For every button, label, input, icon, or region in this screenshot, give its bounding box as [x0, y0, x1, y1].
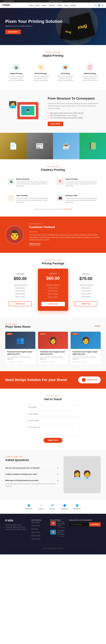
nav-pages[interactable]: Pages	[42, 4, 46, 6]
footer-service-0[interactable]: Digital Printing	[32, 522, 40, 523]
partner-1: ♦ ALINYA	[38, 504, 44, 510]
pricing-cta-2[interactable]: START PLAN	[74, 302, 98, 306]
footer-copyright: © 2024 Pixen. All Rights Reserved.	[43, 548, 63, 549]
footer-service-2[interactable]: 3D Printing	[32, 528, 38, 530]
feature-title-0: Digital Printing	[8, 72, 25, 74]
partners-row: 💠 MENDEZ ♦ ALINYA 💎 Mendez 🔷 MENDEZ 💠 ME…	[5, 504, 101, 510]
nav-contact[interactable]: Contact	[70, 4, 76, 6]
pf-2-4: Labore et dolore	[74, 295, 98, 298]
linkedin-icon[interactable]: li	[103, 0, 103, 2]
footer-services-title: Our Service	[32, 519, 46, 521]
footer: PIXEN Lorem ipsum dolor sit amet consect…	[0, 514, 106, 554]
news-grid: 👥 PRINT Fermentum metu fringilla semper …	[5, 332, 101, 364]
newsletter-submit[interactable]: SUBSCRIBE	[89, 522, 101, 526]
twitter-icon[interactable]: t	[99, 0, 99, 2]
partner-icon-0: 💠	[27, 504, 30, 507]
feature-desc-1: Lorem ipsum dolor sit amet consectetur e…	[32, 75, 50, 81]
services-note-link[interactable]: Printing Store	[64, 208, 72, 210]
nav-home[interactable]: Home	[28, 4, 33, 6]
news-title-1: Fermentum metu fringilla semper adipisci…	[40, 351, 66, 355]
site-logo[interactable]: PIXEN	[3, 4, 10, 7]
footer-service-1[interactable]: Brand Printing	[32, 525, 40, 526]
footer-grid: PIXEN Lorem ipsum dolor sit amet consect…	[5, 519, 101, 541]
feature-title-3: Offset Printing	[81, 72, 98, 74]
message-input[interactable]	[26, 425, 80, 436]
feature-card-3: 📋 Offset Printing Lorem ipsum dolor sit …	[79, 61, 101, 83]
news-desc-2: Lorem ipsum dolor sit amet consectetur a…	[72, 356, 99, 360]
search-icon[interactable]: 🔍	[94, 4, 97, 6]
footer-service-4[interactable]: Banner Printing	[32, 535, 40, 536]
faq-item-1: Is white considered a printing color cod…	[5, 471, 58, 478]
service-card-0: 🖨️ Banner Printing Lorem ipsum dolor sit…	[5, 176, 52, 189]
footer-news-icon-0: 🖨️	[50, 521, 56, 526]
facebook-icon[interactable]: f	[97, 0, 98, 2]
pf-0-2: Sed do eiusmod	[8, 290, 32, 292]
footer-newsletter-title: Subscribe to our Newsletter	[69, 519, 101, 521]
service-title-3: Business Card	[65, 194, 98, 196]
menu-icon[interactable]: ☰	[102, 4, 103, 6]
pricing-features-0: Consectetur adipiscing Printing solution…	[8, 284, 32, 298]
nav-project[interactable]: Project	[57, 4, 62, 6]
testimonial-text: Lorem ipsum dolor sit amet consectetur a…	[29, 234, 101, 241]
pricing-cta-0[interactable]: START PLAN	[8, 302, 32, 306]
testimonial-author: Helbrook Clark	[29, 243, 101, 245]
news-card-1: 👩 DESIGN Fermentum metu fringilla semper…	[38, 332, 68, 364]
footer-recent-news-col: Recent News 🖨️ Fermentum metu fringilla …	[50, 519, 65, 541]
footer-service-3[interactable]: Offset Printing	[32, 532, 40, 533]
cta-button[interactable]: → CONTACT US	[78, 376, 101, 383]
feature-card-0: 🖨️ Digital Printing Lorem ipsum dolor si…	[5, 61, 27, 83]
feature-desc-0: Lorem ipsum dolor sit amet consectetur e…	[8, 75, 25, 81]
news-desc-1: Lorem ipsum dolor sit amet consectetur a…	[40, 356, 66, 360]
footer-service-5[interactable]: Poster Printing	[32, 538, 40, 540]
instagram-icon[interactable]: in	[100, 0, 102, 2]
hero-cta-button[interactable]: READ MORE	[5, 30, 21, 34]
feature-icon-2: 📦	[62, 64, 69, 71]
pricing-plan-2: Premium	[74, 273, 98, 275]
pf-2-1: Printing solutions	[74, 286, 98, 290]
pricing-cta-1[interactable]: START PLAN	[41, 302, 65, 306]
service-title-1: Poster Printing	[65, 178, 98, 180]
feature-0: High quality printing solutions with cer…	[48, 112, 101, 114]
submit-button[interactable]: SUBMIT NOW	[44, 438, 62, 443]
faq-question-2[interactable]: What types of Printing Service do you of…	[5, 479, 58, 482]
news-title-2: Fermentum metu fringilla semper adipisci…	[72, 351, 99, 355]
nav-about[interactable]: About	[35, 4, 39, 6]
news-emoji-2: 🧑	[82, 336, 90, 344]
features-grid: 🖨️ Digital Printing Lorem ipsum dolor si…	[5, 61, 101, 83]
service-desc-0: Lorem ipsum dolor sit amet consectetur a…	[16, 181, 49, 187]
footer-news-date-0: 4 months ago	[57, 527, 65, 528]
form-group-name	[26, 405, 80, 410]
gallery-section: 📄 📰 ☕ 📗	[0, 133, 106, 159]
from-structure-cta[interactable]: READ MORE	[48, 122, 63, 126]
news-view-all[interactable]: All News	[94, 325, 101, 327]
user-icon[interactable]: 👤	[98, 4, 100, 6]
from-structure-title: From Structure To Conveyance	[48, 96, 101, 100]
partner-3: 🔷 MENDEZ	[61, 504, 68, 510]
nav-blog[interactable]: Blog	[64, 4, 68, 6]
feature-icon-1: 🏷️	[37, 64, 44, 71]
phone-input[interactable]	[26, 418, 80, 423]
features-section-label: Company Feature	[5, 52, 101, 53]
name-input[interactable]	[26, 405, 80, 410]
hero-content: Pixen Your Printing Solution Magnificenc…	[5, 19, 62, 34]
footer-news-1: 🎨 Consectetur adipiscing print semper 5 …	[50, 530, 65, 537]
pricing-card-1: Business $60.00 Consectetur adipiscing P…	[38, 268, 68, 311]
faq-question-1[interactable]: Is white considered a printing color cod…	[5, 473, 58, 476]
news-card-0: 👥 PRINT Fermentum metu fringilla semper …	[5, 332, 36, 364]
hero-subtitle: Magnificence in the realistic internet o…	[5, 25, 62, 27]
news-badge-2: BRAND	[72, 333, 78, 335]
nav-services[interactable]: Services	[49, 4, 55, 6]
service-desc-3: Lorem ipsum dolor sit amet consectetur a…	[65, 197, 98, 203]
from-structure-image: 🧑‍💻 🖥️	[5, 98, 42, 124]
newsletter-email-input[interactable]	[69, 522, 89, 526]
services-section-label: Our Services	[5, 166, 101, 167]
service-icon-0: 🖨️	[8, 178, 14, 185]
pricing-plan-0: Standard	[8, 273, 32, 275]
faq-question-0[interactable]: How can I get my print job once it is fi…	[5, 467, 58, 469]
footer-recent-news-title: Recent News	[50, 519, 65, 521]
pf-1-1: Printing solutions	[41, 286, 65, 290]
testimonial-content: Testimonials Customer Feeback ★★★★★ Lore…	[29, 223, 101, 246]
faq-section-label: Common Question	[5, 456, 58, 458]
email-input[interactable]	[26, 412, 80, 416]
news-image-2: 🧑 BRAND	[70, 332, 101, 349]
